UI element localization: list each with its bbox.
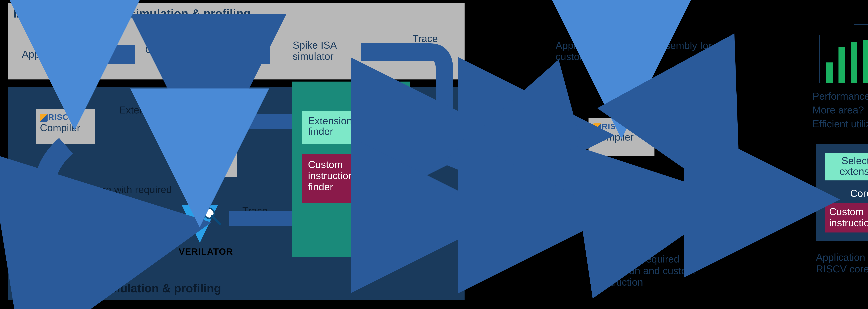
exe-block-top xyxy=(223,45,270,64)
perf-gain-q: Performance gain? xyxy=(812,90,868,102)
core-req-label-left: Core with required extension xyxy=(90,184,182,206)
riscv-text-v: V xyxy=(72,113,78,122)
ext-sugg-label-mid: Extension suggestion xyxy=(483,125,538,147)
pariscv-panel: Extension finder Custom instruction find… xyxy=(292,81,410,257)
riscv-logo-icon: RISC-V xyxy=(593,122,631,131)
extension-finder-label: Extension finder xyxy=(308,115,378,137)
trace-label-top: Trace xyxy=(412,33,438,44)
app-specific-core-label: Application specific RISCV core xyxy=(816,251,868,275)
instruction-accurate-title: Instruction accurate simulation & profil… xyxy=(13,7,251,20)
core-req-label-right: Core with required extension and custom … xyxy=(597,253,722,288)
exe-label-left: .exe xyxy=(44,189,64,201)
core-gen-label-right: Core generator xyxy=(589,199,654,221)
verilator-icon: VERILATOR xyxy=(178,201,234,257)
riscv-compiler-right: RISC-V Compiler xyxy=(589,118,654,156)
eff-util-q: Efficient utilization? xyxy=(812,118,868,130)
trace-label-bottom: Trace xyxy=(242,205,268,216)
verilator-label: VERILATOR xyxy=(178,246,234,257)
compiler-label-right: Compiler xyxy=(593,131,650,143)
compiler-label-left: Compiler xyxy=(40,122,91,133)
core-gen-label-left: Core generator xyxy=(176,147,237,169)
core-generator-right: Core generator xyxy=(589,194,654,229)
exe-label-top: .exe xyxy=(234,27,253,39)
riscv-text-v: V xyxy=(177,35,183,43)
riscv-text-v: V xyxy=(625,122,631,131)
svg-line-7 xyxy=(746,192,753,200)
riscv-logo-icon: RISC-V xyxy=(145,34,183,44)
instruction-accurate-panel: Instruction accurate simulation & profil… xyxy=(8,3,465,79)
application-block xyxy=(88,45,135,64)
riscv-text-r: RISC- xyxy=(602,122,625,131)
riscv-text-r: RISC- xyxy=(48,113,72,122)
riscv-compiler-top: RISC-V Compiler xyxy=(145,34,185,55)
more-area-q: More area? xyxy=(812,104,864,116)
custom-instruction-label: Custom instruction xyxy=(829,206,868,228)
pariscv-label: PARISCV xyxy=(354,238,401,250)
core-label: Core xyxy=(816,187,868,199)
custom-instruction-box: Custom instruction xyxy=(825,203,868,233)
verilator-icon-right xyxy=(712,177,757,222)
application-label: Application xyxy=(22,48,71,60)
riscv-compiler-left: RISC-V Compiler xyxy=(36,109,95,144)
cycle-accurate-title: Cycle accurate simulation & profiling xyxy=(13,281,221,295)
riscv-logo-icon: RISC-V xyxy=(40,112,78,122)
custom-instruction-finder-box: Custom instruction finder xyxy=(302,154,384,203)
cust-inst-label-mid: Custom instruction xyxy=(483,203,541,225)
selected-extension-box: Selected extension xyxy=(825,153,868,180)
selected-extension-label: Selected extension xyxy=(825,156,868,177)
custom-instruction-finder-label: Custom instruction finder xyxy=(308,159,378,192)
extension-finder-box: Extension finder xyxy=(302,111,384,144)
mini-chart-icon xyxy=(819,35,868,83)
core-generator-left: Core generator xyxy=(176,142,237,177)
exe-label-right: .exe xyxy=(687,113,707,125)
spike-label: Spike ISA simulator xyxy=(293,40,353,62)
compiler-label-top: Compiler xyxy=(145,44,185,55)
riscv-text-r: RISC- xyxy=(153,35,177,43)
result-core-box: Selected extension Core Custom instructi… xyxy=(816,144,868,241)
svg-line-3 xyxy=(212,216,220,224)
ext-sugg-label-inner: Extension suggestion xyxy=(119,104,215,116)
app-asm-label: Application with inline assembly for cus… xyxy=(556,40,712,62)
